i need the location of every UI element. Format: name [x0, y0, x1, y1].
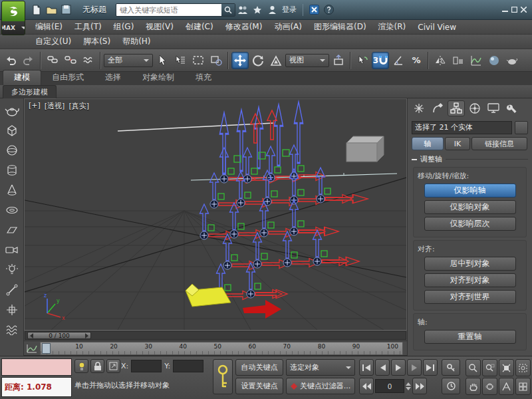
go-to-end-icon[interactable]	[423, 359, 438, 376]
x-coordinate-field[interactable]	[131, 360, 162, 372]
application-menu-button[interactable]: MAX	[1, 1, 25, 35]
frame-spinner[interactable]	[406, 382, 411, 390]
use-pivot-center-icon[interactable]	[330, 52, 347, 69]
selection-filter-dropdown[interactable]: 全部	[104, 54, 153, 67]
align-icon[interactable]	[450, 52, 467, 69]
light-icon[interactable]	[3, 261, 21, 279]
absolute-offset-toggle-icon[interactable]	[106, 359, 120, 373]
menu-item-9[interactable]: Civil View	[412, 21, 462, 34]
tab-utilities-icon[interactable]	[503, 100, 521, 116]
time-slider-handle[interactable]: 0 / 100	[27, 332, 91, 339]
tab-modify-icon[interactable]	[429, 100, 446, 116]
percent-snap-icon[interactable]: %	[408, 52, 425, 69]
tab-ik[interactable]: IK	[445, 137, 470, 150]
ribbon-tab-4[interactable]: 填充	[185, 70, 222, 85]
camera-icon[interactable]	[3, 241, 21, 259]
box-primitive-icon[interactable]	[3, 121, 21, 139]
mini-curve-editor-icon[interactable]	[24, 342, 40, 355]
torus-primitive-icon[interactable]	[3, 201, 21, 219]
align-to-object-button[interactable]: 对齐到对象	[424, 273, 516, 287]
viewport-menu-general[interactable]: [+]	[29, 101, 41, 111]
zoom-extents-icon[interactable]	[499, 359, 514, 376]
new-file-icon[interactable]	[29, 3, 44, 17]
cone-primitive-icon[interactable]	[3, 181, 21, 199]
tab-display-icon[interactable]	[485, 100, 502, 116]
menu-item-3[interactable]: 视图(V)	[140, 19, 180, 35]
next-frame-icon[interactable]	[85, 333, 88, 338]
menu-item-7[interactable]: 图形编辑器(D)	[308, 19, 372, 35]
menu-item-1[interactable]: 脚本(S)	[77, 34, 116, 49]
menu-item-0[interactable]: 编辑(E)	[29, 19, 68, 35]
sphere-primitive-icon[interactable]	[3, 141, 21, 159]
tab-motion-icon[interactable]	[466, 100, 483, 116]
bones-icon[interactable]	[3, 281, 21, 299]
teapot-icon[interactable]	[3, 101, 21, 119]
auto-key-button[interactable]: 自动关键点	[235, 359, 283, 376]
redo-icon[interactable]	[20, 52, 37, 69]
tab-polygon-modeling[interactable]: 多边形建模	[3, 85, 57, 98]
menu-item-8[interactable]: 渲染(R)	[372, 19, 412, 35]
affect-object-only-button[interactable]: 仅影响对象	[424, 200, 516, 214]
window-crossing-icon[interactable]	[207, 52, 225, 69]
affect-pivot-only-button[interactable]: 仅影响轴	[424, 184, 516, 198]
signin-label[interactable]: 登录	[282, 5, 297, 15]
menu-item-2[interactable]: 帮助(H)	[116, 34, 156, 49]
search-input[interactable]	[116, 4, 221, 16]
minimize-button[interactable]	[500, 5, 509, 15]
zoom-icon[interactable]	[466, 359, 481, 376]
maxscript-listener-input[interactable]	[1, 358, 72, 376]
ribbon-tab-3[interactable]: 对象绘制	[132, 70, 185, 85]
current-frame-marker[interactable]	[42, 343, 51, 354]
time-configuration-icon[interactable]	[442, 378, 460, 394]
maximize-viewport-icon[interactable]	[515, 378, 531, 395]
menu-item-2[interactable]: 组(G)	[108, 19, 140, 35]
selection-set-button[interactable]	[515, 121, 528, 134]
viewport-menu-pov[interactable]: [透视]	[45, 101, 65, 111]
angle-snap-icon[interactable]	[390, 52, 407, 69]
viewport[interactable]: [+] [透视] [真实]	[24, 98, 407, 331]
tab-hierarchy-icon[interactable]	[448, 100, 465, 116]
plane-primitive-icon[interactable]	[3, 221, 21, 239]
tab-pivot[interactable]: 轴	[412, 137, 444, 150]
scene-box-object[interactable]	[346, 136, 384, 162]
save-file-icon[interactable]	[59, 3, 73, 17]
ribbon-tab-1[interactable]: 自由形式	[41, 70, 94, 85]
mirror-icon[interactable]	[432, 52, 449, 69]
favorites-star-icon[interactable]	[250, 3, 265, 17]
maximize-button[interactable]	[509, 5, 519, 15]
rectangular-selection-region-icon[interactable]	[190, 52, 207, 69]
pan-hand-icon[interactable]	[466, 378, 481, 395]
unlink-icon[interactable]	[62, 52, 79, 69]
menu-item-4[interactable]: 创建(C)	[180, 19, 219, 35]
spacewarp-icon[interactable]	[3, 321, 21, 338]
select-by-name-icon[interactable]	[172, 52, 189, 69]
menu-item-1[interactable]: 工具(T)	[68, 19, 108, 35]
select-and-link-icon[interactable]	[44, 52, 61, 69]
key-filters-button[interactable]: 关键点过滤器...	[286, 378, 355, 394]
community-icon[interactable]	[235, 3, 250, 17]
reference-coordsys-dropdown[interactable]: 视图	[285, 54, 329, 67]
previous-key-icon[interactable]	[359, 378, 374, 394]
menu-item-5[interactable]: 修改器(M)	[219, 19, 269, 35]
ribbon-tab-2[interactable]: 选择	[94, 70, 132, 85]
menu-item-0[interactable]: 自定义(U)	[29, 34, 77, 49]
undo-icon[interactable]	[2, 52, 19, 69]
search-icon[interactable]	[221, 4, 235, 16]
tab-link-info[interactable]: 链接信息	[471, 137, 527, 150]
key-mode-toggle-icon[interactable]	[442, 359, 460, 376]
orbit-icon[interactable]	[482, 378, 497, 395]
select-object-icon[interactable]	[154, 52, 171, 69]
ribbon-tab-0[interactable]: 建模	[3, 70, 41, 85]
close-button[interactable]	[519, 5, 528, 15]
viewport-menu-shading[interactable]: [真实]	[68, 101, 89, 111]
selection-lock-icon[interactable]	[90, 359, 104, 373]
select-and-move-icon[interactable]	[231, 52, 249, 69]
field-of-view-icon[interactable]	[499, 378, 514, 395]
set-key-button[interactable]: 设置关键点	[235, 378, 283, 394]
bind-to-spacewarp-icon[interactable]	[80, 52, 97, 69]
maxscript-listener-output[interactable]: 距离: 1.078	[1, 377, 72, 397]
rollout-adjust-pivot[interactable]: 调整轴	[412, 154, 528, 164]
material-editor-icon[interactable]	[485, 52, 503, 69]
go-to-start-icon[interactable]	[359, 359, 374, 376]
previous-frame-button[interactable]	[375, 359, 390, 376]
